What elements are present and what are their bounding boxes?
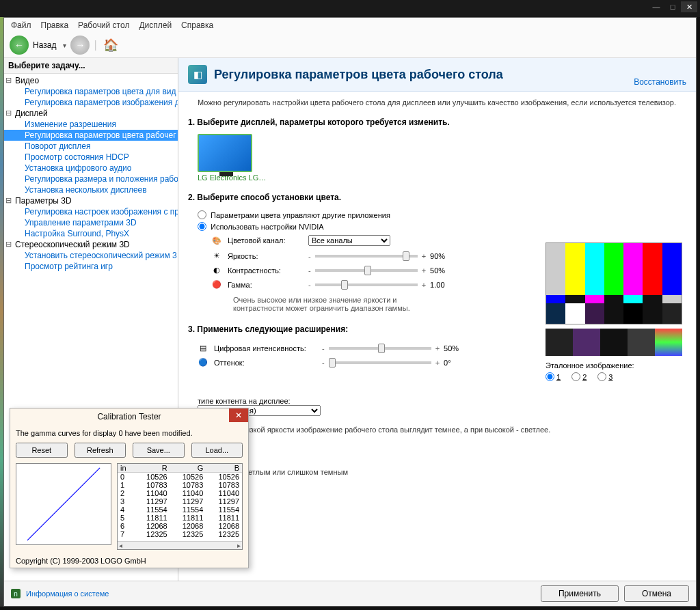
footer: n Информация о системе Применить Отмена xyxy=(4,581,696,606)
contrast-icon: ◐ xyxy=(211,266,222,275)
channel-icon: 🎨 xyxy=(211,236,222,245)
page-title: Регулировка параметров цвета рабочего ст… xyxy=(214,68,503,82)
tree-group[interactable]: Видео xyxy=(4,75,178,86)
footnote-3: ит слишком светлым или слишком темным xyxy=(178,465,696,479)
tree-item[interactable]: Установка нескольких дисплеев xyxy=(4,184,178,195)
menubar: Файл Правка Рабочий стол Дисплей Справка xyxy=(4,18,696,33)
tree-item[interactable]: Просмотр рейтинга игр xyxy=(4,261,178,272)
table-row: 2110401104011040 xyxy=(118,489,242,497)
brightness-value: 90% xyxy=(430,252,455,260)
radio-other-label: Параметрами цвета управляют другие прило… xyxy=(211,211,390,219)
tree-item[interactable]: Управление параметрами 3D xyxy=(4,217,178,228)
menu-help[interactable]: Справка xyxy=(181,20,213,30)
table-row: 0105261052610526 xyxy=(118,473,242,481)
calib-graph xyxy=(16,463,111,545)
tree-item[interactable]: Поворот дисплея xyxy=(4,141,178,152)
tree-item[interactable]: Изменение разрешения xyxy=(4,119,178,130)
calib-status: The gamma curves for display 0 have been… xyxy=(16,429,243,437)
page-intro: Можно регулировать настройки цвета рабоч… xyxy=(178,92,696,113)
calib-titlebar[interactable]: Calibration Tester ✕ xyxy=(10,408,248,425)
gamma-slider[interactable] xyxy=(315,283,418,286)
reference-label: Эталонное изображение: xyxy=(546,361,682,370)
calib-close-button[interactable]: ✕ xyxy=(229,408,248,422)
table-row: 4115541155411554 xyxy=(118,505,242,514)
display-thumbnail[interactable]: LG Electronics LG… xyxy=(198,134,266,182)
hue-label: Оттенок: xyxy=(214,359,317,367)
menu-display[interactable]: Дисплей xyxy=(139,20,172,30)
back-dropdown[interactable]: ▾ xyxy=(63,42,66,49)
tree-item[interactable]: Установить стереоскопический режим 3 xyxy=(4,250,178,261)
ref-opt-3[interactable]: 3 xyxy=(597,372,612,381)
channel-label: Цветовой канал: xyxy=(228,236,303,245)
hue-icon: 🔵 xyxy=(198,358,208,367)
radio-other-apps[interactable] xyxy=(198,210,206,219)
gamma-icon: 🔴 xyxy=(211,280,222,289)
forward-button[interactable]: → xyxy=(70,36,90,55)
contrast-slider[interactable] xyxy=(315,269,418,272)
brightness-slider[interactable] xyxy=(315,255,418,258)
contrast-label: Контрастность: xyxy=(228,266,303,275)
gamma-label: Гамма: xyxy=(228,281,303,289)
table-row: 3112971129711297 xyxy=(118,497,242,505)
ref-opt-2[interactable]: 2 xyxy=(571,372,587,381)
tree-item[interactable]: Регулировка параметров цвета рабочег xyxy=(4,130,178,141)
tree-item[interactable]: Просмотр состояния HDCP xyxy=(4,152,178,163)
radio-nvidia[interactable] xyxy=(198,222,206,231)
tree-group[interactable]: Дисплей xyxy=(4,108,178,119)
nvidia-icon: n xyxy=(11,589,21,598)
calib-table: inRGB 0105261052610526110783107831078321… xyxy=(117,463,243,550)
close-button[interactable]: ✕ xyxy=(681,1,697,12)
section-1-title: 1. Выберите дисплей, параметры которого … xyxy=(178,113,696,131)
toolbar: ← Назад ▾ → | 🏠 xyxy=(4,33,696,58)
back-button[interactable]: ← xyxy=(10,36,29,55)
calib-scrollbar[interactable]: ◂▸ xyxy=(118,541,242,549)
content-type-label: типе контента на дисплее: xyxy=(198,397,291,405)
gamma-warning: Очень высокое или низкое значение яркост… xyxy=(211,292,437,314)
radio-nvidia-label: Использовать настройки NVIDIA xyxy=(211,223,324,231)
tree-group[interactable]: Параметры 3D xyxy=(4,195,178,206)
tree-item[interactable]: Установка цифрового аудио xyxy=(4,163,178,174)
minimize-button[interactable]: — xyxy=(648,1,664,12)
reference-preview: Эталонное изображение: 1 2 3 xyxy=(546,242,682,381)
menu-desktop[interactable]: Рабочий стол xyxy=(78,20,129,30)
tree-item[interactable]: Настройка Surround, PhysX xyxy=(4,228,178,239)
ref-opt-1[interactable]: 1 xyxy=(546,372,561,381)
system-info-link[interactable]: Информация о системе xyxy=(26,590,109,598)
dv-label: Цифровая интенсивность: xyxy=(214,344,317,352)
cancel-button[interactable]: Отмена xyxy=(624,585,689,602)
table-row: 1107831078310783 xyxy=(118,481,242,489)
tree-item[interactable]: Регулировка параметров цвета для вид xyxy=(4,86,178,97)
menu-edit[interactable]: Правка xyxy=(41,20,69,30)
calib-title-text: Calibration Tester xyxy=(97,412,161,421)
brightness-label: Яркость: xyxy=(228,252,303,260)
footnote-2: жения. xyxy=(178,436,696,465)
menu-file[interactable]: Файл xyxy=(11,20,31,30)
table-row: 5118111181111811 xyxy=(118,514,242,522)
tree-item[interactable]: Регулировка параметров изображения д xyxy=(4,97,178,108)
tree-group[interactable]: Стереоскопический режим 3D xyxy=(4,239,178,250)
restore-link[interactable]: Восстановить xyxy=(634,77,686,87)
home-button[interactable]: 🏠 xyxy=(101,36,120,55)
colorbars-image xyxy=(546,242,682,324)
monitor-icon xyxy=(198,134,252,172)
calib-refresh-button[interactable]: Refresh xyxy=(75,443,126,458)
dv-slider[interactable] xyxy=(329,347,431,350)
section-2-title: 2. Выберите способ установки цвета. xyxy=(178,189,696,206)
calib-copyright: Copyright (C) 1999-2003 LOGO GmbH xyxy=(10,554,248,568)
channel-select[interactable]: Все каналы xyxy=(308,235,390,246)
gamma-value: 1.00 xyxy=(430,281,455,289)
table-row: 6120681206812068 xyxy=(118,522,242,530)
tree-item[interactable]: Регулировка настроек изображения с пр xyxy=(4,206,178,217)
hue-slider[interactable] xyxy=(329,361,431,364)
footnote-1: экрана. При низкой яркости изображение р… xyxy=(178,423,696,436)
maximize-button[interactable]: □ xyxy=(664,1,681,12)
apply-button[interactable]: Применить xyxy=(541,585,619,602)
dv-icon: ▤ xyxy=(198,344,208,352)
brightness-icon: ☀ xyxy=(211,251,222,260)
calib-save-button[interactable]: Save... xyxy=(133,443,185,458)
calib-reset-button[interactable]: Reset xyxy=(16,443,68,458)
calib-load-button[interactable]: Load... xyxy=(191,443,243,458)
tree-item[interactable]: Регулировка размера и положения рабо xyxy=(4,174,178,184)
page-icon: ◧ xyxy=(188,65,207,84)
svg-line-0 xyxy=(27,468,100,540)
